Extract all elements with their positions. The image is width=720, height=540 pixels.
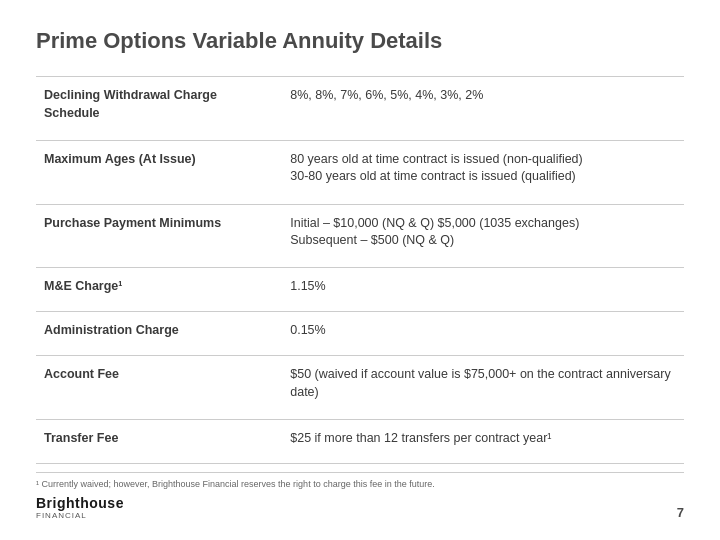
page-number: 7 (677, 505, 684, 520)
logo: Brighthouse FINANCIAL (36, 495, 124, 520)
table-row: Maximum Ages (At Issue)80 years old at t… (36, 140, 684, 204)
row-label: Administration Charge (36, 312, 282, 356)
row-label: M&E Charge¹ (36, 268, 282, 312)
page-title: Prime Options Variable Annuity Details (36, 28, 684, 54)
row-value: 1.15% (282, 268, 684, 312)
page-container: Prime Options Variable Annuity Details D… (0, 0, 720, 540)
row-value: Initial – $10,000 (NQ & Q) $5,000 (1035 … (282, 204, 684, 268)
logo-line1: Brighthouse (36, 495, 124, 511)
row-value: 80 years old at time contract is issued … (282, 140, 684, 204)
row-value: $25 if more than 12 transfers per contra… (282, 420, 684, 464)
row-label: Account Fee (36, 356, 282, 420)
details-table: Declining Withdrawal Charge Schedule8%, … (36, 76, 684, 464)
table-row: Transfer Fee$25 if more than 12 transfer… (36, 420, 684, 464)
row-value: $50 (waived if account value is $75,000+… (282, 356, 684, 420)
table-row: Declining Withdrawal Charge Schedule8%, … (36, 77, 684, 141)
table-row: Account Fee$50 (waived if account value … (36, 356, 684, 420)
row-label: Transfer Fee (36, 420, 282, 464)
row-label: Maximum Ages (At Issue) (36, 140, 282, 204)
table-row: Purchase Payment MinimumsInitial – $10,0… (36, 204, 684, 268)
logo-line2: FINANCIAL (36, 511, 124, 520)
footnote-text: ¹ Currently waived; however, Brighthouse… (36, 479, 684, 489)
table-row: Administration Charge0.15% (36, 312, 684, 356)
row-label: Purchase Payment Minimums (36, 204, 282, 268)
row-value: 0.15% (282, 312, 684, 356)
table-row: M&E Charge¹1.15% (36, 268, 684, 312)
row-value: 8%, 8%, 7%, 6%, 5%, 4%, 3%, 2% (282, 77, 684, 141)
footnote-section: ¹ Currently waived; however, Brighthouse… (36, 472, 684, 489)
footer: Brighthouse FINANCIAL 7 (36, 495, 684, 520)
row-label: Declining Withdrawal Charge Schedule (36, 77, 282, 141)
